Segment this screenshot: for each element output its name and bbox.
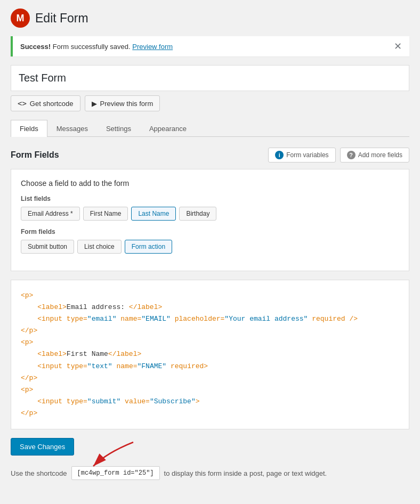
preview-form-button[interactable]: ▶ Preview this form [85, 95, 160, 111]
page-title: Edit Form [35, 11, 88, 26]
list-fields-label: List fields [21, 195, 399, 202]
preview-form-link[interactable]: Preview form [132, 43, 173, 51]
app-logo: M [11, 9, 30, 28]
form-field-buttons: Submit button List choice Form action [21, 240, 399, 254]
form-name: Test Form [11, 65, 409, 91]
form-fields-header: Form Fields i Form variables ? Add more … [11, 148, 409, 162]
form-action-buttons: <> Get shortcode ▶ Preview this form [11, 95, 409, 111]
field-btn-formaction[interactable]: Form action [125, 240, 172, 254]
add-more-fields-button[interactable]: ? Add more fields [340, 148, 409, 162]
field-btn-email[interactable]: Email Address * [21, 207, 80, 221]
field-chooser: Choose a field to add to the form List f… [11, 169, 409, 271]
shortcode-suffix: to display this form inside a post, page… [164, 469, 327, 477]
tab-settings[interactable]: Settings [97, 120, 140, 137]
red-arrow-decoration [64, 437, 171, 469]
form-variables-button[interactable]: i Form variables [268, 148, 335, 162]
form-fields-title: Form Fields [11, 150, 59, 160]
preview-icon: ▶ [92, 100, 97, 108]
field-btn-firstname[interactable]: First Name [83, 207, 128, 221]
section-actions: i Form variables ? Add more fields [268, 148, 409, 162]
tab-appearance[interactable]: Appearance [140, 120, 196, 137]
success-notice: Success! Form successfully saved. Previe… [11, 36, 409, 56]
get-shortcode-button[interactable]: <> Get shortcode [11, 95, 80, 111]
field-btn-submit[interactable]: Submit button [21, 240, 74, 254]
notice-message: Form successfully saved. [53, 43, 133, 51]
shortcode-prefix: Use the shortcode [11, 469, 67, 477]
page-header: M Edit Form [11, 9, 409, 28]
form-fields-label: Form fields [21, 228, 399, 235]
tab-fields[interactable]: Fields [11, 120, 47, 137]
question-icon: ? [347, 151, 356, 159]
notice-bold: Success! [20, 43, 51, 51]
dismiss-notice-button[interactable]: ✕ [394, 42, 402, 51]
shortcode-icon: <> [18, 99, 27, 108]
shortcode-section: Use the shortcode [mc4wp_form id="25"] t… [11, 466, 409, 480]
field-chooser-title: Choose a field to add to the form [21, 179, 399, 188]
code-editor[interactable]: <p> <label>Email address: </label> <inpu… [11, 280, 409, 429]
tab-messages[interactable]: Messages [47, 120, 97, 137]
list-field-buttons: Email Address * First Name Last Name Bir… [21, 207, 399, 221]
info-icon: i [275, 151, 284, 159]
field-btn-birthday[interactable]: Birthday [179, 207, 216, 221]
tabs-bar: Fields Messages Settings Appearance [11, 120, 409, 137]
notice-text: Success! Form successfully saved. Previe… [20, 43, 173, 51]
field-btn-lastname[interactable]: Last Name [131, 207, 176, 221]
field-btn-listchoice[interactable]: List choice [77, 240, 122, 254]
